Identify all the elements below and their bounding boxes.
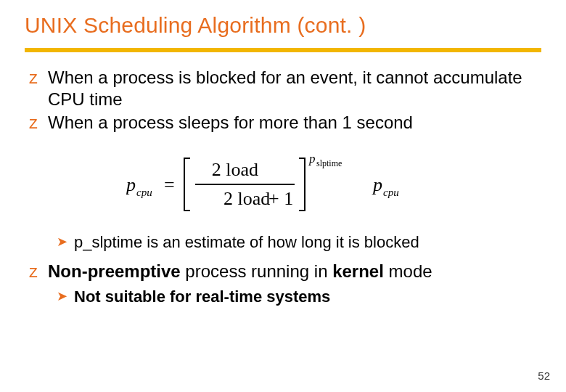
bullet-text: When a process sleeps for more than 1 se… — [48, 112, 541, 134]
list-item: z Non-preemptive process running in kern… — [29, 261, 541, 282]
formula: p cpu = 2 load 2 load + 1 p slptime p cp… — [126, 151, 541, 219]
formula-numerator: 2 load — [212, 159, 258, 180]
divider — [25, 48, 541, 52]
bracket-left-icon — [184, 158, 190, 211]
formula-rhs: p — [372, 174, 382, 195]
sub-bullet-list: ➤ Not suitable for real-time systems — [57, 287, 541, 308]
formula-denominator-b: + 1 — [268, 188, 293, 209]
text: process running in — [181, 261, 332, 281]
formula-svg: p cpu = 2 load 2 load + 1 p slptime p cp… — [126, 151, 438, 216]
list-item: ➤ p_slptime is an estimate of how long i… — [57, 232, 541, 253]
list-item: z When a process is blocked for an event… — [29, 67, 541, 110]
formula-eq: = — [164, 174, 175, 195]
text: mode — [384, 261, 432, 281]
list-item: z When a process sleeps for more than 1 … — [29, 112, 541, 134]
formula-lhs-sub: cpu — [136, 187, 152, 198]
bullet-list: z When a process is blocked for an event… — [29, 67, 541, 134]
page-title: UNIX Scheduling Algorithm (cont. ) — [25, 13, 541, 38]
list-item: ➤ Not suitable for real-time systems — [57, 287, 541, 308]
sub-bullet-list: ➤ p_slptime is an estimate of how long i… — [57, 232, 541, 253]
formula-exp: p — [308, 152, 316, 166]
bold-text: kernel — [332, 261, 384, 281]
formula-rhs-sub: cpu — [383, 187, 399, 198]
sub-bullet-text: p_slptime is an estimate of how long it … — [74, 232, 419, 253]
formula-exp-sub: slptime — [316, 158, 342, 168]
bullet-marker: z — [29, 67, 48, 89]
page-number: 52 — [538, 369, 550, 382]
bullet-marker: z — [29, 112, 48, 134]
bullet-text: Non-preemptive process running in kernel… — [48, 261, 541, 282]
bracket-right-icon — [299, 158, 305, 211]
formula-denominator-a: 2 load — [223, 188, 270, 209]
bullet-list: z Non-preemptive process running in kern… — [29, 261, 541, 282]
bullet-text: When a process is blocked for an event, … — [48, 67, 541, 110]
triangle-icon: ➤ — [57, 288, 74, 305]
formula-lhs: p — [126, 174, 136, 195]
triangle-icon: ➤ — [57, 234, 74, 250]
bullet-marker: z — [29, 261, 48, 282]
sub-bullet-text: Not suitable for real-time systems — [74, 287, 330, 308]
bold-text: Non-preemptive — [48, 261, 181, 281]
